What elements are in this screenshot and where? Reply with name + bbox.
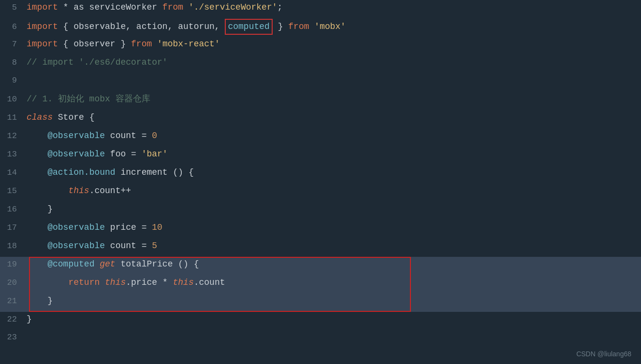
token [152,39,157,49]
line-number: 11 [0,111,27,124]
line-number: 16 [0,203,27,216]
token [100,278,105,287]
token: Store { [53,112,94,122]
line-content: @action.bound increment () { [27,166,641,180]
line-number: 5 [0,1,27,14]
token: } [27,204,53,214]
line-number: 10 [0,93,27,106]
token [27,241,47,251]
code-line-20: 20 return this.price * this.count [0,275,641,294]
token [94,259,100,269]
line-number: 20 [0,276,27,289]
line-content: return this.price * this.count [27,276,641,290]
token: 'mobx-react' [157,39,220,49]
line-number: 22 [0,313,27,326]
token: get [100,259,115,269]
token: @computed [47,259,94,269]
token [27,131,47,140]
token: this [68,186,89,196]
line-content: // import './es6/decorator' [27,56,641,70]
line-number: 6 [0,20,27,33]
line-number: 21 [0,294,27,308]
token: totalPrice () { [116,259,199,269]
token: return [68,278,100,287]
code-line-16: 16 } [0,202,641,220]
code-line-15: 15 this.count++ [0,183,641,202]
token: import [27,22,58,31]
token: './serviceWorker' [189,2,277,12]
line-content: @observable count = 0 [27,129,641,143]
line-number: 13 [0,148,27,161]
code-line-13: 13 @observable foo = 'bar' [0,147,641,165]
token: count = [105,131,152,140]
line-content: @observable foo = 'bar' [27,147,641,161]
line-number: 12 [0,129,27,142]
token: 0 [152,131,157,140]
token: @observable [47,241,105,251]
code-line-6: 6import { observable, action, autorun, c… [0,18,641,37]
token: import [27,39,58,49]
line-content: // 1. 初始化 mobx 容器仓库 [27,92,641,106]
code-line-23: 23 [0,330,641,349]
token [309,22,315,31]
line-content: @observable price = 10 [27,221,641,235]
token: { observer } [58,39,131,49]
token: 10 [152,223,162,232]
code-line-5: 5import * as serviceWorker from './servi… [0,0,641,18]
token: this [173,278,193,287]
line-content: this.count++ [27,184,641,198]
code-line-21: 21 } [0,294,641,312]
code-line-8: 8// import './es6/decorator' [0,55,641,73]
token: price = [105,223,152,232]
token: .price * [126,278,173,287]
line-content: } [27,202,641,216]
token: .count++ [89,186,131,196]
line-content: } [27,294,641,308]
token [27,259,47,269]
line-number: 18 [0,239,27,252]
token: @action.bound [47,168,115,177]
token [27,168,47,177]
token: } [27,314,32,324]
token [27,278,68,287]
token: 'mobx' [314,22,346,31]
token: import [27,2,58,12]
token: from [288,22,309,31]
line-content: @observable count = 5 [27,239,641,253]
line-content: @computed get totalPrice () { [27,257,641,271]
token: 'bar' [142,149,168,159]
line-number: 14 [0,166,27,179]
line-number: 9 [0,74,27,87]
line-content: } [27,312,641,326]
computed-keyword: computed [225,19,272,35]
token: @observable [47,149,105,159]
code-line-14: 14 @action.bound increment () { [0,165,641,183]
token [183,2,189,12]
line-content: class Store { [27,111,641,125]
code-line-17: 17 @observable price = 10 [0,220,641,238]
token: ; [277,2,283,12]
line-number: 7 [0,38,27,51]
token: increment () { [116,168,194,177]
line-number: 8 [0,56,27,69]
token: this [105,278,126,287]
token: .count [194,278,225,287]
token: * as serviceWorker [58,2,162,12]
token: } [273,22,288,31]
token: // import './es6/decorator' [27,57,168,67]
code-line-7: 7import { observer } from 'mobx-react' [0,37,641,55]
code-line-18: 18 @observable count = 5 [0,238,641,257]
line-number: 23 [0,331,27,344]
line-number: 15 [0,184,27,197]
code-line-22: 22} [0,312,641,330]
line-content: import { observer } from 'mobx-react' [27,37,641,51]
line-number: 17 [0,221,27,234]
token: class [27,112,53,122]
token: 5 [152,241,157,251]
line-content: import { observable, action, autorun, co… [27,19,641,35]
token: from [131,39,152,49]
line-content: import * as serviceWorker from './servic… [27,0,641,14]
code-line-9: 9 [0,73,641,92]
code-line-11: 11class Store { [0,110,641,128]
token: { observable, action, autorun, [58,22,225,31]
